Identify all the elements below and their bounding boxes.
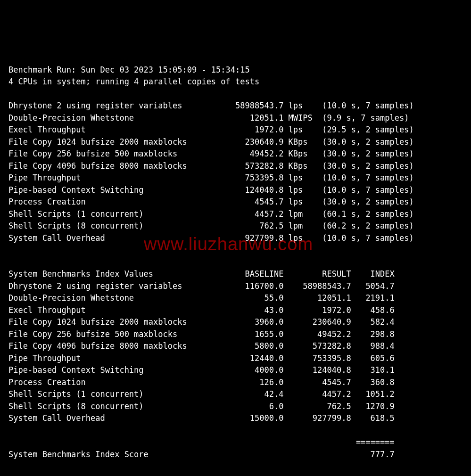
index-results-block: System Benchmarks Index Values BASELINE …	[8, 269, 395, 423]
index-separator: ========	[8, 437, 395, 447]
final-score-line: System Benchmarks Index Score 777.7	[8, 450, 395, 459]
cpu-info-line: 4 CPUs in system; running 4 parallel cop…	[8, 77, 259, 86]
raw-results-block: Dhrystone 2 using register variables 589…	[8, 101, 414, 243]
benchmark-run-line: Benchmark Run: Sun Dec 03 2023 15:05:09 …	[8, 65, 250, 74]
terminal-output: Benchmark Run: Sun Dec 03 2023 15:05:09 …	[0, 60, 471, 476]
